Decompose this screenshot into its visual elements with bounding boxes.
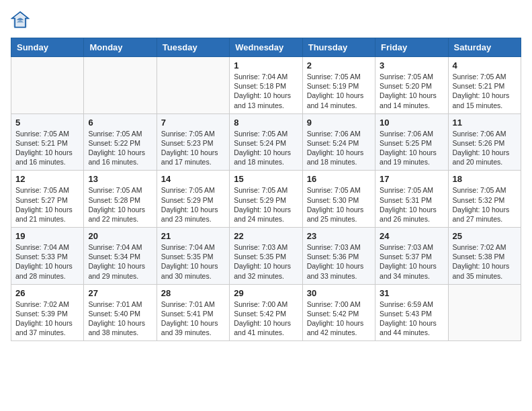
day-number: 29 (234, 288, 298, 298)
calendar-cell: 29Sunrise: 7:00 AMSunset: 5:42 PMDayligh… (230, 284, 302, 341)
day-number: 18 (453, 174, 517, 184)
day-number: 30 (307, 288, 371, 298)
calendar-cell: 9Sunrise: 7:06 AMSunset: 5:24 PMDaylight… (302, 113, 375, 171)
calendar-cell: 21Sunrise: 7:04 AMSunset: 5:35 PMDayligh… (157, 228, 229, 285)
day-info: Sunrise: 7:03 AMSunset: 5:37 PMDaylight:… (380, 242, 443, 281)
day-info: Sunrise: 7:03 AMSunset: 5:35 PMDaylight:… (234, 242, 298, 281)
weekday-header-saturday: Saturday (448, 38, 521, 57)
day-info: Sunrise: 7:03 AMSunset: 5:36 PMDaylight:… (307, 242, 371, 281)
day-number: 9 (307, 118, 371, 128)
day-number: 7 (161, 118, 225, 128)
weekday-header-wednesday: Wednesday (230, 38, 302, 57)
day-info: Sunrise: 7:05 AMSunset: 5:24 PMDaylight:… (234, 129, 298, 167)
day-number: 11 (453, 118, 517, 128)
calendar-week-1: 1Sunrise: 7:04 AMSunset: 5:18 PMDaylight… (11, 57, 521, 114)
day-info: Sunrise: 6:59 AMSunset: 5:43 PMDaylight:… (380, 300, 443, 338)
day-number: 13 (88, 174, 152, 184)
day-number: 20 (88, 231, 152, 241)
day-number: 17 (380, 174, 443, 184)
calendar-cell (11, 57, 84, 114)
day-info: Sunrise: 7:06 AMSunset: 5:25 PMDaylight:… (380, 129, 443, 167)
calendar-cell: 19Sunrise: 7:04 AMSunset: 5:33 PMDayligh… (11, 228, 84, 285)
calendar-cell: 28Sunrise: 7:01 AMSunset: 5:41 PMDayligh… (157, 284, 229, 341)
calendar-cell: 2Sunrise: 7:05 AMSunset: 5:19 PMDaylight… (302, 57, 375, 114)
day-info: Sunrise: 7:00 AMSunset: 5:42 PMDaylight:… (234, 300, 298, 338)
day-info: Sunrise: 7:05 AMSunset: 5:31 PMDaylight:… (380, 185, 443, 224)
calendar-cell: 11Sunrise: 7:06 AMSunset: 5:26 PMDayligh… (448, 113, 521, 171)
day-info: Sunrise: 7:04 AMSunset: 5:18 PMDaylight:… (234, 72, 298, 110)
calendar-cell: 13Sunrise: 7:05 AMSunset: 5:28 PMDayligh… (84, 171, 157, 228)
day-number: 16 (307, 174, 371, 184)
weekday-header-row: SundayMondayTuesdayWednesdayThursdayFrid… (11, 38, 521, 57)
weekday-header-thursday: Thursday (302, 38, 375, 57)
logo (11, 11, 32, 30)
calendar-cell: 10Sunrise: 7:06 AMSunset: 5:25 PMDayligh… (375, 113, 448, 171)
day-number: 23 (307, 231, 371, 241)
weekday-header-monday: Monday (84, 38, 157, 57)
day-number: 28 (161, 288, 225, 298)
calendar-cell (84, 57, 157, 114)
calendar-week-4: 19Sunrise: 7:04 AMSunset: 5:33 PMDayligh… (11, 228, 521, 285)
day-number: 14 (161, 174, 225, 184)
day-number: 4 (453, 60, 517, 71)
calendar-cell: 6Sunrise: 7:05 AMSunset: 5:22 PMDaylight… (84, 113, 157, 171)
calendar-cell: 27Sunrise: 7:01 AMSunset: 5:40 PMDayligh… (84, 284, 157, 341)
day-number: 21 (161, 231, 225, 241)
day-info: Sunrise: 7:05 AMSunset: 5:22 PMDaylight:… (88, 129, 152, 167)
day-info: Sunrise: 7:05 AMSunset: 5:28 PMDaylight:… (88, 185, 152, 224)
calendar-week-5: 26Sunrise: 7:02 AMSunset: 5:39 PMDayligh… (11, 284, 521, 341)
day-info: Sunrise: 7:05 AMSunset: 5:21 PMDaylight:… (453, 72, 517, 110)
day-number: 22 (234, 231, 298, 241)
day-info: Sunrise: 7:05 AMSunset: 5:19 PMDaylight:… (307, 72, 371, 110)
calendar-cell: 3Sunrise: 7:05 AMSunset: 5:20 PMDaylight… (375, 57, 448, 114)
day-number: 15 (234, 174, 298, 184)
calendar-cell: 16Sunrise: 7:05 AMSunset: 5:30 PMDayligh… (302, 171, 375, 228)
weekday-header-tuesday: Tuesday (157, 38, 229, 57)
day-number: 10 (380, 118, 443, 128)
calendar-cell: 1Sunrise: 7:04 AMSunset: 5:18 PMDaylight… (230, 57, 302, 114)
day-info: Sunrise: 7:05 AMSunset: 5:21 PMDaylight:… (15, 129, 79, 167)
calendar-table: SundayMondayTuesdayWednesdayThursdayFrid… (11, 38, 521, 341)
calendar-cell: 14Sunrise: 7:05 AMSunset: 5:29 PMDayligh… (157, 171, 229, 228)
calendar-cell: 15Sunrise: 7:05 AMSunset: 5:29 PMDayligh… (230, 171, 302, 228)
calendar-cell: 25Sunrise: 7:02 AMSunset: 5:38 PMDayligh… (448, 228, 521, 285)
day-info: Sunrise: 7:05 AMSunset: 5:29 PMDaylight:… (234, 185, 298, 224)
day-info: Sunrise: 7:01 AMSunset: 5:40 PMDaylight:… (88, 300, 152, 338)
logo-icon (11, 11, 30, 30)
day-number: 1 (234, 60, 298, 71)
day-number: 2 (307, 60, 371, 71)
day-info: Sunrise: 7:02 AMSunset: 5:39 PMDaylight:… (15, 300, 79, 338)
calendar-cell (448, 284, 521, 341)
day-info: Sunrise: 7:01 AMSunset: 5:41 PMDaylight:… (161, 300, 225, 338)
calendar-cell: 20Sunrise: 7:04 AMSunset: 5:34 PMDayligh… (84, 228, 157, 285)
day-info: Sunrise: 7:05 AMSunset: 5:27 PMDaylight:… (15, 185, 79, 224)
day-info: Sunrise: 7:04 AMSunset: 5:35 PMDaylight:… (161, 242, 225, 281)
calendar-cell: 12Sunrise: 7:05 AMSunset: 5:27 PMDayligh… (11, 171, 84, 228)
day-number: 24 (380, 231, 443, 241)
day-info: Sunrise: 7:05 AMSunset: 5:29 PMDaylight:… (161, 185, 225, 224)
calendar-cell (157, 57, 229, 114)
day-info: Sunrise: 7:04 AMSunset: 5:34 PMDaylight:… (88, 242, 152, 281)
calendar-cell: 22Sunrise: 7:03 AMSunset: 5:35 PMDayligh… (230, 228, 302, 285)
page-header (11, 11, 521, 30)
calendar-cell: 30Sunrise: 7:00 AMSunset: 5:42 PMDayligh… (302, 284, 375, 341)
weekday-header-sunday: Sunday (11, 38, 84, 57)
calendar-cell: 7Sunrise: 7:05 AMSunset: 5:23 PMDaylight… (157, 113, 229, 171)
day-number: 19 (15, 231, 79, 241)
day-number: 5 (15, 118, 79, 128)
day-number: 3 (380, 60, 443, 71)
calendar-cell: 26Sunrise: 7:02 AMSunset: 5:39 PMDayligh… (11, 284, 84, 341)
day-info: Sunrise: 7:05 AMSunset: 5:32 PMDaylight:… (453, 185, 517, 224)
calendar-cell: 24Sunrise: 7:03 AMSunset: 5:37 PMDayligh… (375, 228, 448, 285)
day-number: 6 (88, 118, 152, 128)
calendar-cell: 18Sunrise: 7:05 AMSunset: 5:32 PMDayligh… (448, 171, 521, 228)
day-info: Sunrise: 7:02 AMSunset: 5:38 PMDaylight:… (453, 242, 517, 281)
calendar-week-3: 12Sunrise: 7:05 AMSunset: 5:27 PMDayligh… (11, 171, 521, 228)
day-number: 31 (380, 288, 443, 298)
day-info: Sunrise: 7:04 AMSunset: 5:33 PMDaylight:… (15, 242, 79, 281)
day-number: 26 (15, 288, 79, 298)
day-info: Sunrise: 7:05 AMSunset: 5:20 PMDaylight:… (380, 72, 443, 110)
calendar-cell: 5Sunrise: 7:05 AMSunset: 5:21 PMDaylight… (11, 113, 84, 171)
weekday-header-friday: Friday (375, 38, 448, 57)
calendar-week-2: 5Sunrise: 7:05 AMSunset: 5:21 PMDaylight… (11, 113, 521, 171)
